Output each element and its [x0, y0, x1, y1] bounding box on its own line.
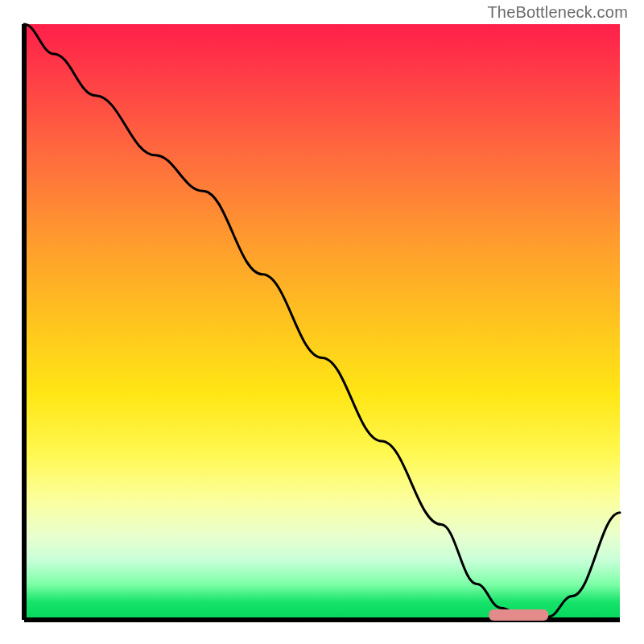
attribution-text: TheBottleneck.com: [487, 3, 628, 22]
chart-background: [24, 24, 620, 620]
